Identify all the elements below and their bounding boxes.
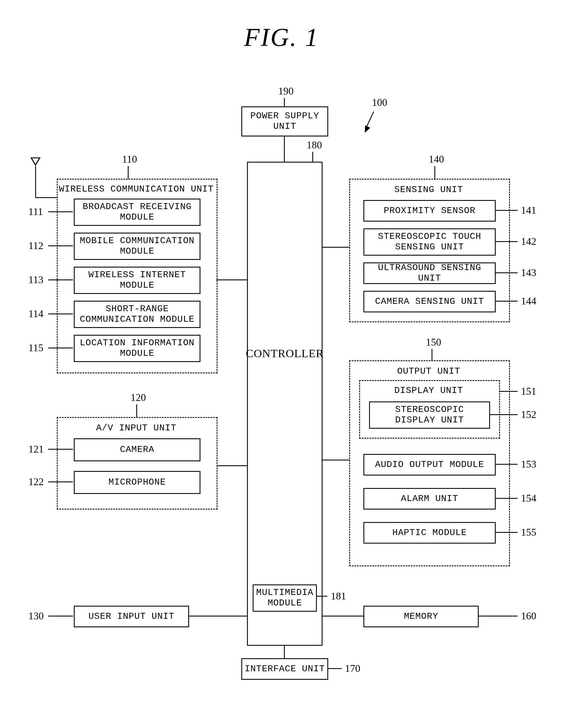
antenna-icon-inner <box>32 158 39 164</box>
out-155-label: HAPTIC MODULE <box>392 528 467 538</box>
leader-153 <box>495 464 518 465</box>
figure-title: FIG. 1 <box>0 23 563 52</box>
ref-152: 152 <box>521 409 536 420</box>
leader-155 <box>495 532 518 533</box>
conn-sense-ctrl <box>322 247 349 248</box>
memory-box: MEMORY <box>364 606 479 627</box>
av-title: A/V INPUT UNIT <box>57 423 216 433</box>
ref-122: 122 <box>28 476 44 488</box>
ref-110: 110 <box>122 153 137 165</box>
leader-143 <box>495 272 518 273</box>
ref-143: 143 <box>521 267 536 279</box>
uinput-label: USER INPUT UNIT <box>88 611 174 622</box>
ref-153: 153 <box>521 458 536 470</box>
conn-output-ctrl <box>322 460 349 460</box>
ref-141: 141 <box>521 204 536 216</box>
ref-144: 144 <box>521 295 536 307</box>
leader-181 <box>316 596 327 597</box>
av-121-label: CAMERA <box>120 445 154 455</box>
leader-142 <box>495 241 518 242</box>
ultrasound-sensing-box: ULTRASOUND SENSING UNIT <box>364 262 496 284</box>
leader-180 <box>312 152 313 162</box>
leader-141 <box>495 210 518 211</box>
wcu-title: WIRELESS COMMUNICATION UNIT <box>57 184 216 194</box>
wcu-114-label: SHORT-RANGE COMMUNICATION MODULE <box>80 304 194 325</box>
sense-143-label: ULTRASOUND SENSING UNIT <box>364 263 495 284</box>
conn-wcu-ctrl <box>216 279 247 280</box>
camera-box: CAMERA <box>74 438 200 461</box>
wcu-113-label: WIRELESS INTERNET MODULE <box>88 270 186 291</box>
ref-112: 112 <box>28 240 43 252</box>
leader-150 <box>432 349 432 360</box>
multimedia-module-box: MULTIMEDIA MODULE <box>253 584 317 612</box>
ref-181: 181 <box>331 590 346 602</box>
camera-sensing-box: CAMERA SENSING UNIT <box>364 291 496 312</box>
leader-160 <box>478 616 518 617</box>
interface-unit-box: INTERFACE UNIT <box>241 658 328 680</box>
mobile-communication-module-box: MOBILE COMMUNICATION MODULE <box>74 233 200 260</box>
out-title: OUTPUT UNIT <box>349 366 508 376</box>
ref-130: 130 <box>28 610 44 622</box>
wireless-internet-module-box: WIRELESS INTERNET MODULE <box>74 267 200 294</box>
device-arrow-icon <box>358 109 381 132</box>
conn-mem-ctrl <box>322 616 364 617</box>
leader-121 <box>48 449 73 450</box>
user-input-unit-box: USER INPUT UNIT <box>74 606 189 627</box>
conn-uinput-ctrl <box>188 616 247 617</box>
wcu-112-label: MOBILE COMMUNICATION MODULE <box>80 236 194 257</box>
power-supply-unit-box: POWER SUPPLY UNIT <box>241 106 328 136</box>
disp-title: DISPLAY UNIT <box>359 385 498 396</box>
mm-label: MULTIMEDIA MODULE <box>256 588 314 609</box>
ref-100: 100 <box>372 96 387 108</box>
sense-144-label: CAMERA SENSING UNIT <box>375 296 484 307</box>
leader-110 <box>128 166 129 179</box>
ref-111: 111 <box>28 206 43 218</box>
leader-115 <box>48 348 73 348</box>
out-153-label: AUDIO OUTPUT MODULE <box>375 460 484 470</box>
ref-114: 114 <box>28 308 43 320</box>
ref-190: 190 <box>278 85 294 97</box>
alarm-unit-box: ALARM UNIT <box>364 488 496 510</box>
leader-154 <box>495 498 518 499</box>
leader-112 <box>48 245 73 246</box>
wcu-115-label: LOCATION INFORMATION MODULE <box>80 338 194 359</box>
sense-title: SENSING UNIT <box>349 184 508 195</box>
controller-box: CONTROLLER <box>247 162 323 646</box>
leader-114 <box>48 313 73 314</box>
haptic-module-box: HAPTIC MODULE <box>364 522 496 544</box>
ref-151: 151 <box>521 385 536 397</box>
diagram-page: FIG. 1 100 190 POWER SUPPLY UNIT 180 CON… <box>0 0 563 728</box>
psu-label: POWER SUPPLY UNIT <box>250 111 319 132</box>
leader-140 <box>434 166 435 179</box>
ref-120: 120 <box>131 392 146 403</box>
microphone-box: MICROPHONE <box>74 471 200 494</box>
ref-155: 155 <box>521 526 536 538</box>
conn-psu-ctrl <box>284 136 285 162</box>
leader-151 <box>499 391 518 392</box>
ref-142: 142 <box>521 235 536 247</box>
out-154-label: ALARM UNIT <box>401 494 458 504</box>
ref-140: 140 <box>429 153 444 165</box>
antenna-pole <box>35 166 36 197</box>
location-info-module-box: LOCATION INFORMATION MODULE <box>74 335 200 362</box>
short-range-comm-module-box: SHORT-RANGE COMMUNICATION MODULE <box>74 301 200 328</box>
ref-170: 170 <box>345 662 360 674</box>
sense-142-label: STEREOSCOPIC TOUCH SENSING UNIT <box>378 232 481 253</box>
antenna-to-wcu <box>35 197 57 198</box>
audio-output-box: AUDIO OUTPUT MODULE <box>364 454 496 475</box>
controller-label: CONTROLLER <box>246 347 324 360</box>
broadcast-receiving-module-box: BROADCAST RECEIVING MODULE <box>74 199 200 226</box>
stereo-touch-sensing-box: STEREOSCOPIC TOUCH SENSING UNIT <box>364 228 496 256</box>
ref-154: 154 <box>521 492 536 504</box>
ref-113: 113 <box>28 274 43 286</box>
out-152-label: STEREOSCOPIC DISPLAY UNIT <box>395 405 464 426</box>
ref-180: 180 <box>307 139 322 151</box>
conn-ctrl-if <box>284 645 285 658</box>
leader-130 <box>48 616 73 617</box>
leader-170 <box>327 668 342 669</box>
av-122-label: MICROPHONE <box>108 477 166 488</box>
leader-190 <box>284 98 285 106</box>
leader-152 <box>489 414 518 415</box>
ref-160: 160 <box>521 610 536 622</box>
sense-141-label: PROXIMITY SENSOR <box>384 206 475 216</box>
